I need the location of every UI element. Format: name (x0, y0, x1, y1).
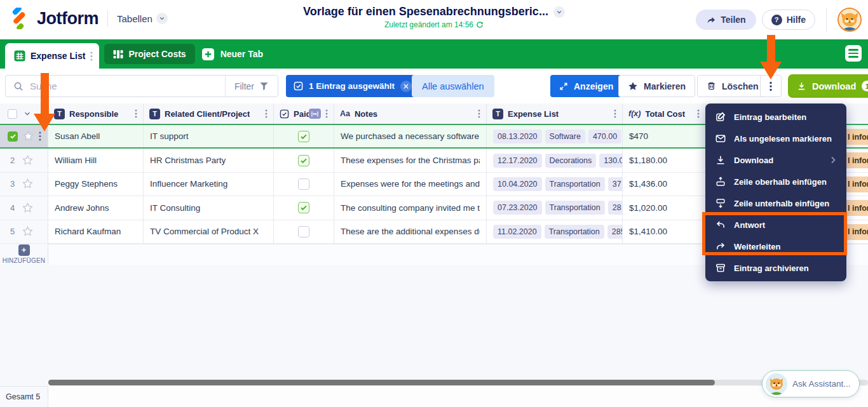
share-button[interactable]: Teilen (696, 10, 756, 30)
more-actions-button[interactable] (760, 75, 782, 97)
cell-total-cost[interactable]: $1,180.00 (623, 149, 706, 171)
paid-checkbox[interactable] (298, 178, 309, 190)
cell-responsible[interactable]: Peggy Stephens (48, 173, 144, 196)
cell-notes-text: Expenses were for the meetings and d... (341, 179, 480, 189)
cell-expense-list[interactable]: 10.04.2020Transportation37 (487, 173, 623, 196)
column-resize-icon[interactable] (309, 109, 321, 119)
menu-item-antwort[interactable]: Antwort (705, 214, 846, 236)
horizontal-scrollbar[interactable] (48, 380, 868, 385)
cell-expense-list[interactable]: 07.23.2020Transportation28 (487, 196, 623, 219)
refresh-icon[interactable] (476, 21, 484, 29)
star-icon[interactable] (22, 226, 33, 237)
menu-item-download[interactable]: Download (705, 149, 846, 171)
column-kebab-icon[interactable] (135, 109, 137, 118)
cell-notes[interactable]: Expenses were for the meetings and d... (334, 173, 487, 196)
tab-project-costs[interactable]: Project Costs (104, 44, 194, 64)
select-all-checkbox[interactable] (8, 109, 17, 119)
sheet-list-icon[interactable] (845, 45, 862, 62)
column-header-notes[interactable]: Aa Notes (334, 103, 487, 124)
column-header-responsible[interactable]: T Responsible (48, 103, 144, 124)
cell-total-cost[interactable]: $1,410.00 (623, 220, 706, 243)
chevron-down-icon[interactable] (24, 110, 31, 117)
tabellen-dropdown[interactable]: Tabellen (117, 13, 168, 24)
column-kebab-icon[interactable] (697, 109, 700, 118)
cell-paid[interactable] (274, 173, 334, 196)
cell-related-client-project[interactable]: IT support (144, 125, 274, 147)
cell-expense-list[interactable]: 08.13.2020Software470.00 (487, 125, 623, 147)
cell-notes[interactable]: These are the additional expenses duri..… (334, 220, 487, 243)
clear-selection-icon[interactable] (400, 81, 412, 92)
notify-badge-fragment[interactable]: l infor (843, 152, 868, 168)
mark-button[interactable]: Markieren (618, 75, 695, 97)
column-header-paid[interactable]: Paid (274, 103, 334, 124)
scrollbar-thumb[interactable] (48, 380, 715, 385)
cell-related-client-project[interactable]: IT Consulting (144, 196, 274, 219)
cell-paid[interactable] (274, 149, 334, 171)
menu-item-eintrag-bearbeiten[interactable]: Eintrag bearbeiten (705, 106, 846, 128)
view-entry-button[interactable]: Anzeigen (550, 75, 622, 97)
menu-item-eintrag-archivieren[interactable]: Eintrag archivieren (705, 257, 846, 279)
tab-kebab-icon[interactable] (90, 51, 93, 61)
column-header-related-client-project[interactable]: T Related Client/Project (144, 103, 274, 124)
cell-expense-list[interactable]: 12.17.2020Decorations130.00 (487, 149, 623, 171)
title-chevron-down-icon[interactable] (553, 6, 565, 18)
cell-notes[interactable]: The consulting company invited me to... (334, 196, 487, 219)
cell-related-client-project[interactable]: HR Christmas Party (144, 149, 274, 171)
help-button[interactable]: ? Hilfe (762, 10, 815, 30)
cell-total-cost[interactable]: $1,020.00 (623, 196, 706, 219)
column-header-total-cost[interactable]: f(x) Total Cost (623, 103, 706, 124)
cell-related-client-project[interactable]: Influencer Marketing (144, 173, 274, 196)
search-input[interactable] (30, 81, 225, 91)
cell-total-cost[interactable]: $470 (623, 125, 706, 147)
cell-responsible[interactable]: William Hill (48, 149, 144, 171)
download-button[interactable]: Download 1 (788, 74, 868, 98)
star-icon[interactable] (22, 178, 33, 189)
add-row-button[interactable]: + HINZUFÜGEN (0, 244, 48, 265)
menu-item-weiterleiten[interactable]: Weiterleiten (705, 236, 846, 257)
paid-checkbox[interactable] (298, 131, 309, 142)
cell-paid[interactable] (274, 196, 334, 219)
star-icon[interactable] (23, 131, 34, 142)
avatar[interactable] (837, 8, 862, 32)
star-icon[interactable] (22, 155, 33, 166)
notify-badge-fragment[interactable]: l infor (843, 177, 868, 192)
search-box[interactable]: Filter (5, 75, 278, 97)
expense-category: Decorations (545, 154, 597, 168)
paid-checkbox[interactable] (298, 226, 309, 237)
cell-paid[interactable] (274, 125, 334, 147)
menu-item-als-ungelesen-markieren[interactable]: Als ungelesen markieren (705, 128, 846, 149)
star-icon[interactable] (22, 203, 33, 213)
jotform-logo-icon[interactable] (9, 8, 31, 29)
menu-item-zeile-unterhalb-einf-gen[interactable]: Zeile unterhalb einfügen (705, 192, 846, 214)
filter-button[interactable]: Filter (225, 76, 278, 97)
cell-related-client-project[interactable]: TV Commercial of Product X (144, 220, 274, 243)
paid-checkbox[interactable] (298, 155, 309, 166)
column-header-expense-list[interactable]: T Expense List (487, 103, 623, 124)
cell-notes[interactable]: These expenses for the Christmas part... (334, 149, 487, 171)
column-kebab-icon[interactable] (478, 109, 480, 118)
new-tab-button[interactable]: Neuer Tab (201, 44, 263, 64)
cell-notes[interactable]: We purchased a necessary software f... (334, 125, 487, 147)
notify-badge-fragment[interactable]: l infor (843, 200, 868, 216)
row-menu-icon[interactable] (39, 131, 41, 141)
ask-assistant-button[interactable]: Ask Assistant... (762, 370, 860, 397)
column-kebab-icon[interactable] (265, 109, 268, 118)
cell-responsible[interactable]: Andrew Johns (48, 196, 144, 219)
selected-entries-chip[interactable]: 1 Eintrag ausgewählt (286, 75, 419, 97)
cell-responsible[interactable]: Susan Abell (48, 125, 144, 147)
row-checkbox-checked[interactable] (8, 131, 18, 142)
column-kebab-icon[interactable] (325, 109, 328, 118)
notify-badge-fragment[interactable]: l infor (843, 224, 868, 240)
notify-badge-fragment[interactable]: l infor (843, 129, 868, 145)
select-all-button[interactable]: Alle auswählen (412, 75, 494, 97)
paid-checkbox[interactable] (298, 202, 309, 213)
menu-item-zeile-oberhalb-einf-gen[interactable]: Zeile oberhalb einfügen (705, 171, 846, 192)
delete-button[interactable]: Löschen (697, 75, 768, 97)
cell-responsible[interactable]: Richard Kaufman (48, 220, 144, 243)
cell-expense-list[interactable]: 11.02.2020Transportation285 (487, 220, 623, 243)
column-kebab-icon[interactable] (614, 109, 616, 118)
cell-total-cost[interactable]: $1,436.00 (623, 173, 706, 196)
cell-paid[interactable] (274, 220, 334, 243)
logo-wordmark[interactable]: Jotform (37, 9, 98, 29)
tab-expense-list[interactable]: Expense List (5, 43, 99, 69)
